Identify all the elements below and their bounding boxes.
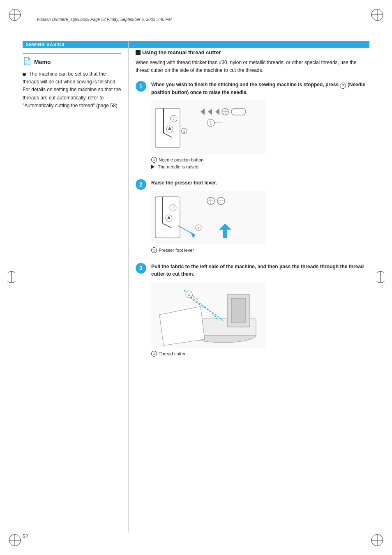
caption-circle-1: 1 xyxy=(151,157,157,163)
svg-marker-24 xyxy=(201,108,205,115)
memo-label: Memo xyxy=(34,59,51,65)
step-1-number: 1 xyxy=(136,81,146,92)
step-1-content: When you wish to finish the stitching an… xyxy=(151,81,369,170)
svg-marker-56 xyxy=(219,223,231,238)
corner-mark-bl xyxy=(7,533,22,548)
section-title-text: Using the manual thread cutter xyxy=(142,49,221,55)
step-3-caption-1: 1 Thread cutter xyxy=(151,351,369,357)
right-column: Using the manual thread cutter When sewi… xyxy=(136,49,369,366)
svg-rect-60 xyxy=(231,298,246,323)
step-2-number: 2 xyxy=(136,179,146,190)
svg-marker-53 xyxy=(190,232,196,238)
corner-mark-br xyxy=(370,533,385,548)
svg-text:1: 1 xyxy=(197,226,199,230)
page-number: 52 xyxy=(23,534,28,539)
caption-text-1: Needle position button xyxy=(159,157,203,162)
svg-marker-26 xyxy=(215,108,219,115)
svg-rect-30 xyxy=(231,108,246,115)
caption-text-3: Presser foot lever xyxy=(159,248,194,253)
left-column: Memo The machine can be set so that the … xyxy=(23,49,121,110)
step-3-title: Pull the fabric to the left side of the … xyxy=(151,263,369,278)
svg-marker-61 xyxy=(159,306,205,345)
center-mark-left xyxy=(7,269,16,286)
step-3-content: Pull the fabric to the left side of the … xyxy=(151,263,369,358)
svg-text:1: 1 xyxy=(183,129,185,134)
step-2-content: Raise the presser foot lever. xyxy=(151,179,369,255)
step-1-caption-1: 1 Needle position button xyxy=(151,157,369,163)
memo-title: Memo xyxy=(23,57,121,67)
memo-content: The machine can be set so that the threa… xyxy=(23,70,121,110)
diagram-1: 1 i 1 xyxy=(151,100,266,154)
column-divider xyxy=(128,41,129,532)
section-description: When sewing with thread thicker than #30… xyxy=(136,59,369,74)
section-header: SEWING BASICS xyxy=(23,41,369,48)
corner-mark-tr xyxy=(370,7,385,22)
title-bullet xyxy=(136,50,141,55)
memo-box: Memo The machine can be set so that the … xyxy=(23,53,121,110)
diagram-2: i 1 xyxy=(151,191,266,244)
arrow-bullet-1 xyxy=(151,165,154,169)
file-info: F3dash-BrotherE_sgml.book Page 52 Friday… xyxy=(37,17,172,22)
svg-text:1: 1 xyxy=(210,121,212,125)
step-3-number: 3 xyxy=(136,263,146,274)
corner-mark-tl xyxy=(7,7,22,22)
svg-text:1: 1 xyxy=(188,292,190,297)
step-3: 3 Pull the fabric to the left side of th… xyxy=(136,263,369,358)
memo-icon xyxy=(23,57,32,67)
step-1-title: When you wish to finish the stitching an… xyxy=(151,81,369,96)
step-2: 2 Raise the presser foot lever. xyxy=(136,179,369,255)
svg-marker-25 xyxy=(208,108,212,115)
step-2-title: Raise the presser foot lever. xyxy=(151,179,369,187)
step-1-caption-2: The needle is raised. xyxy=(151,164,369,169)
caption-text-2: The needle is raised. xyxy=(158,164,200,169)
caption-text-4: Thread cutter xyxy=(159,351,185,356)
caption-circle-3: 1 xyxy=(151,351,157,357)
center-mark-right xyxy=(376,269,385,286)
step-2-caption-1: 1 Presser foot lever xyxy=(151,247,369,253)
caption-circle-2: 1 xyxy=(151,247,157,253)
svg-line-66 xyxy=(192,295,198,300)
diagram-3: 1 xyxy=(151,282,266,348)
section-title: Using the manual thread cutter xyxy=(136,49,369,55)
step-1: 1 When you wish to finish the stitching … xyxy=(136,81,369,170)
